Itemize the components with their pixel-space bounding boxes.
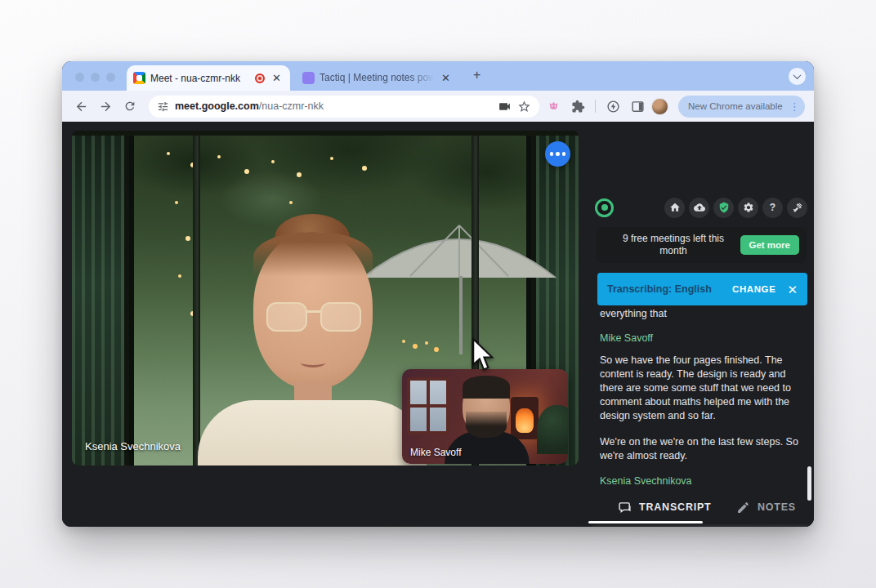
tab-title: Tactiq | Meeting notes powe <box>320 72 434 83</box>
extension-pink-button[interactable] <box>543 96 564 117</box>
tab-transcript-label: TRANSCRIPT <box>639 501 712 513</box>
transcript-paragraph: We're on the we're on the last few steps… <box>600 435 799 463</box>
back-button[interactable] <box>70 96 92 117</box>
side-panel-button[interactable] <box>627 96 648 117</box>
tab-strip: Meet - nua-czmr-nkk ✕ Tactiq | Meeting n… <box>62 61 814 91</box>
participant-ksenia <box>222 214 402 466</box>
transcript-list[interactable]: everything that Mike Savoff So we have t… <box>600 307 799 490</box>
window-controls[interactable] <box>75 73 115 82</box>
tactiq-extension-button[interactable] <box>602 96 623 117</box>
string-lights <box>167 152 170 155</box>
side-panel-icon <box>631 100 645 114</box>
toolbar-divider <box>595 100 596 113</box>
reload-icon <box>123 100 136 113</box>
extensions-button[interactable] <box>567 96 588 117</box>
home-button[interactable] <box>664 198 685 218</box>
meet-page: Ksenia Svechnikova Mike Savoff nua-czmr-… <box>62 122 814 527</box>
recording-indicator-icon <box>255 74 265 83</box>
pip-video-tile[interactable]: Mike Savoff <box>402 369 568 464</box>
tactiq-action-bar <box>588 524 814 527</box>
glass-door-frame <box>193 136 200 466</box>
pencil-icon <box>736 501 750 514</box>
sidebar-scrollbar[interactable] <box>807 466 811 501</box>
close-window-button[interactable] <box>75 73 84 82</box>
home-icon <box>669 202 681 213</box>
tactiq-logo-icon <box>595 198 614 217</box>
transcript-paragraph: everything that <box>600 307 799 321</box>
minimize-window-button[interactable] <box>91 73 100 82</box>
tactiq-header-icons: ? <box>664 198 807 218</box>
chevron-down-icon <box>793 71 802 79</box>
privacy-shield-button[interactable] <box>713 198 734 218</box>
meet-favicon-icon <box>133 72 145 84</box>
back-arrow-icon <box>74 100 88 114</box>
close-banner-icon[interactable]: ✕ <box>787 283 798 296</box>
browser-window: Meet - nua-czmr-nkk ✕ Tactiq | Meeting n… <box>62 61 814 527</box>
gear-icon <box>743 202 754 213</box>
tab-search-chevron-button[interactable] <box>789 68 806 85</box>
candles <box>402 340 405 343</box>
help-button[interactable]: ? <box>762 198 783 218</box>
glasses-bridge <box>307 310 320 313</box>
tactiq-floating-widget-button[interactable] <box>545 141 570 167</box>
tab-meet[interactable]: Meet - nua-czmr-nkk ✕ <box>127 65 290 91</box>
forward-button[interactable] <box>95 96 116 117</box>
quota-text: 9 free meetings left this month <box>612 233 735 257</box>
main-video-tile[interactable]: Ksenia Svechnikova Mike Savoff <box>72 131 579 466</box>
get-more-button[interactable]: Get more <box>740 235 800 255</box>
video-left-edge <box>72 136 129 466</box>
browser-toolbar: meet.google.com/nua-czmr-nkk New Chrome … <box>62 91 814 122</box>
transcript-paragraph: So we have the four pages finished. The … <box>600 354 799 423</box>
chrome-update-button[interactable]: New Chrome available ⋮ <box>678 96 805 118</box>
url-text: meet.google.com/nua-czmr-nkk <box>175 100 492 112</box>
camera-in-use-icon[interactable] <box>498 100 512 114</box>
quota-card: 9 free meetings left this month Get more <box>596 227 807 263</box>
pink-extension-icon <box>547 100 561 114</box>
lens <box>266 302 307 332</box>
lightning-circle-icon <box>606 100 620 114</box>
tab-title: Meet - nua-czmr-nkk <box>150 73 250 84</box>
umbrella-pole <box>459 276 463 354</box>
tab-tactiq[interactable]: Tactiq | Meeting notes powe ✕ <box>297 69 458 87</box>
tactiq-sidebar: ? 9 free meetings left this month Get mo… <box>588 191 814 527</box>
cloud-upload-button[interactable] <box>689 198 709 218</box>
pip-participant-hair <box>463 376 510 399</box>
participant-name-label: Ksenia Svechnikova <box>85 440 181 452</box>
reload-button[interactable] <box>119 96 141 117</box>
active-tab-underline <box>588 521 703 523</box>
fireplace <box>511 397 539 439</box>
new-tab-button[interactable]: + <box>469 68 485 82</box>
change-language-button[interactable]: CHANGE <box>732 284 775 294</box>
settings-button[interactable] <box>738 198 758 218</box>
chat-bubble-icon <box>618 501 632 514</box>
mouth <box>301 358 325 368</box>
speaker-name: Ksenia Svechnikova <box>600 474 799 488</box>
help-icon: ? <box>770 202 775 213</box>
shirt <box>198 400 427 466</box>
detach-panel-button[interactable] <box>787 198 807 218</box>
close-tab-icon[interactable]: ✕ <box>439 72 453 84</box>
tactiq-favicon-icon <box>302 72 315 84</box>
tab-transcript[interactable]: TRANSCRIPT <box>618 501 712 514</box>
address-bar[interactable]: meet.google.com/nua-czmr-nkk <box>149 96 539 118</box>
tab-notes-label: NOTES <box>758 501 796 513</box>
hairline <box>253 232 373 284</box>
forward-arrow-icon <box>99 100 113 114</box>
glasses <box>266 302 361 333</box>
pip-participant-beard <box>466 412 507 438</box>
update-label: New Chrome available <box>688 101 783 111</box>
pip-window-background <box>407 377 449 434</box>
sidebar-tab-bar: TRANSCRIPT NOTES <box>588 495 814 519</box>
profile-avatar[interactable] <box>651 98 668 115</box>
dot <box>550 152 554 156</box>
tab-notes[interactable]: NOTES <box>736 501 796 514</box>
browser-menu-icon[interactable]: ⋮ <box>789 100 800 113</box>
lens <box>320 302 361 332</box>
close-tab-icon[interactable]: ✕ <box>270 72 284 84</box>
pip-name-label: Mike Savoff <box>410 447 461 458</box>
maximize-window-button[interactable] <box>106 73 115 82</box>
speaker-name: Mike Savoff <box>600 332 799 345</box>
bookmark-star-icon[interactable] <box>517 100 531 114</box>
site-settings-icon[interactable] <box>157 100 169 113</box>
dot <box>556 152 560 156</box>
